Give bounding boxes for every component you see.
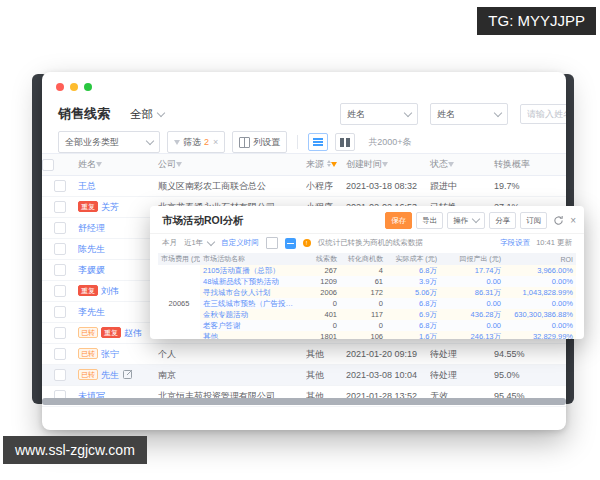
subscribe-button[interactable]: 订阅 — [520, 212, 547, 229]
campaign-link[interactable]: 老客户答谢 — [200, 320, 300, 331]
filter-chip-button[interactable]: 筛选 2 × — [167, 131, 225, 153]
close-traffic-icon[interactable] — [56, 83, 64, 91]
chevron-down-icon — [472, 215, 480, 223]
search-input[interactable] — [520, 104, 566, 124]
export-image-icon[interactable] — [266, 237, 278, 249]
site-watermark-badge: www.ssl-zgjcw.com — [3, 436, 147, 464]
roi-panel-title: 市场活动ROI分析 — [162, 214, 381, 228]
save-button[interactable]: 保存 — [385, 212, 412, 229]
row-checkbox[interactable] — [54, 369, 66, 381]
filter-bar: 全部业务类型 筛选 2 × 列设置 共2000+条 — [58, 130, 566, 154]
lead-name-link[interactable]: 刘伟 — [101, 286, 119, 296]
active-funnel-icon[interactable] — [331, 162, 337, 167]
campaign-link[interactable]: 在三线城市预热（广告投放） — [200, 298, 300, 309]
close-icon[interactable]: × — [570, 216, 576, 226]
roi-table: 市场费用 (元) 市场活动名称 线索数 转化商机数 实际成本 (元) 回报产出 … — [158, 253, 576, 339]
row-checkbox[interactable] — [54, 285, 66, 297]
roi-row: 在三线城市预热（广告投放） 0 0 6.8万 0.00 0.00% — [158, 298, 576, 309]
lead-name-link[interactable]: 关芳 — [101, 202, 119, 212]
converted-badge: 已转 — [78, 327, 98, 338]
roi-row: 老客户答谢 0 0 6.8万 0.00 0.00% — [158, 320, 576, 331]
row-checkbox[interactable] — [54, 222, 66, 234]
row-checkbox[interactable] — [54, 201, 66, 213]
total-count: 共2000+条 — [368, 136, 411, 149]
custom-range-link[interactable]: 自定义时间 — [221, 238, 259, 248]
campaign-link[interactable]: 寻找城市合伙人计划 — [200, 287, 300, 298]
business-type-select[interactable]: 全部业务类型 — [58, 131, 160, 153]
select-all-checkbox[interactable] — [42, 159, 54, 171]
converted-badge: 已转 — [78, 369, 98, 380]
scope-dropdown[interactable]: 全部 — [130, 107, 164, 122]
period-label: 本月 — [162, 238, 177, 248]
row-checkbox[interactable] — [54, 306, 66, 318]
warning-icon: ! — [303, 239, 311, 247]
search-field1-select[interactable]: 姓名 — [340, 103, 418, 125]
table-row[interactable]: 王总 顺义区南彩农工商联合总公 小程序 2021-03-18 08:32 跟进中… — [42, 176, 566, 197]
list-icon — [313, 138, 323, 146]
page-title: 销售线索 — [58, 105, 110, 123]
column-settings-button[interactable]: 列设置 — [232, 131, 287, 153]
kanban-view-toggle[interactable] — [335, 133, 355, 151]
roi-toolbar: 本月 近1年 自定义时间 ! 仅统计已转换为商机的线索数据 字段设置 10:41… — [150, 234, 584, 253]
window-traffic-lights — [56, 83, 92, 91]
table-row[interactable]: 已转先生 南京 其他 2021-03-08 10:04 待处理 95.0% — [42, 365, 566, 386]
campaign-link[interactable]: 金秋专题活动 — [200, 309, 300, 320]
share-button[interactable]: 分享 — [489, 212, 516, 229]
kanban-icon — [340, 138, 350, 147]
lead-name-link[interactable]: 舒经理 — [78, 223, 105, 233]
lead-name-link[interactable]: 李媛媛 — [78, 265, 105, 275]
range-dropdown[interactable]: 近1年 — [184, 238, 214, 248]
divider — [297, 135, 298, 149]
lead-name-link[interactable]: 赵伟 — [124, 328, 142, 338]
lead-name-link[interactable]: 先生 — [101, 370, 119, 380]
lead-name-link[interactable]: 陈先生 — [78, 244, 105, 254]
field-settings-link[interactable]: 字段设置 — [500, 238, 530, 248]
zoom-traffic-icon[interactable] — [84, 83, 92, 91]
roi-header-row: 市场费用 (元) 市场活动名称 线索数 转化商机数 实际成本 (元) 回报产出 … — [158, 253, 576, 265]
row-checkbox[interactable] — [54, 348, 66, 360]
lead-name-link[interactable]: 李先生 — [78, 307, 105, 317]
lead-name-link[interactable]: 张宁 — [101, 349, 119, 359]
horizontal-scrollbar[interactable] — [42, 398, 566, 405]
table-row[interactable]: 已转张宁 个人 其他 2021-01-20 09:19 待处理 94.55% — [42, 344, 566, 365]
total-cost-cell: 20065 — [158, 265, 200, 339]
funnel-icon[interactable] — [96, 162, 102, 167]
chevron-down-icon — [494, 108, 502, 116]
columns-icon — [239, 137, 250, 148]
edit-pencil-icon[interactable] — [123, 369, 133, 379]
row-checkbox[interactable] — [54, 264, 66, 276]
search-controls: 姓名 姓名 — [340, 103, 566, 125]
funnel-icon[interactable] — [382, 162, 388, 167]
chart-view-icon[interactable] — [285, 238, 296, 249]
row-checkbox[interactable] — [54, 180, 66, 192]
funnel-icon[interactable] — [448, 162, 454, 167]
row-checkbox[interactable] — [54, 243, 66, 255]
campaign-link[interactable]: 48城新品线下预热活动 — [200, 276, 300, 287]
tg-watermark-badge: TG: MYYJJPP — [477, 7, 596, 35]
campaign-link[interactable]: 2105活动直播（总部） — [200, 265, 300, 276]
list-view-toggle[interactable] — [308, 133, 328, 151]
duplicate-badge: 重复 — [78, 201, 98, 212]
actions-dropdown-button[interactable]: 操作 — [447, 212, 485, 229]
campaign-link[interactable]: 其他 — [200, 331, 300, 339]
roi-row: 金秋专题活动 401 117 6.9万 436.28万 630,300,386.… — [158, 309, 576, 320]
clear-filter-icon[interactable]: × — [213, 137, 218, 147]
export-button[interactable]: 导出 — [416, 212, 443, 229]
refresh-icon[interactable] — [553, 215, 564, 226]
roi-row: 48城新品线下预热活动 1209 61 3.9万 0.00 0.00% — [158, 276, 576, 287]
table-header-row: 姓名 公司 来源 创建时间 状态 转换概率 — [42, 154, 566, 176]
row-checkbox[interactable] — [54, 327, 66, 339]
funnel-icon[interactable] — [176, 162, 182, 167]
duplicate-badge: 重复 — [78, 285, 98, 296]
duplicate-badge: 重复 — [101, 327, 121, 338]
lead-name-link[interactable]: 王总 — [78, 181, 96, 191]
chevron-down-icon — [404, 108, 412, 116]
search-field2-select[interactable]: 姓名 — [430, 103, 508, 125]
roi-panel-header: 市场活动ROI分析 保存 导出 操作 分享 订阅 × — [150, 206, 584, 234]
roi-row: 其他 1801 106 1.6万 246.13万 32,829.99% — [158, 331, 576, 339]
chevron-down-icon — [207, 238, 215, 246]
minimize-traffic-icon[interactable] — [70, 83, 78, 91]
roi-row: 20065 2105活动直播（总部） 267 4 6.8万 17.74万 3,9… — [158, 265, 576, 276]
converted-badge: 已转 — [78, 348, 98, 359]
funnel-icon — [174, 140, 180, 145]
